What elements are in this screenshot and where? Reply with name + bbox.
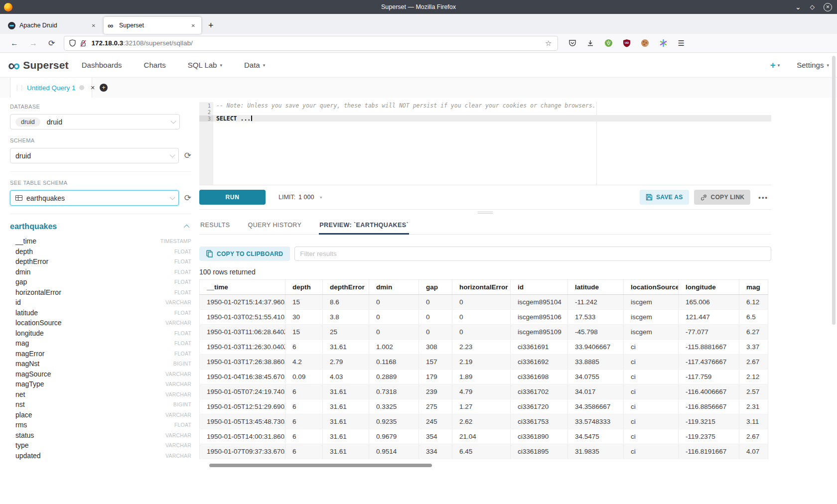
save-as-button[interactable]: SAVE AS bbox=[640, 190, 689, 205]
column-header[interactable]: gap bbox=[419, 280, 452, 295]
superset-brand-text: Superset bbox=[23, 59, 68, 71]
tracking-shield-icon[interactable] bbox=[69, 39, 76, 47]
tab-close-icon[interactable]: ✕ bbox=[90, 22, 98, 29]
browser-tab-superset[interactable]: ∞ Superset ✕ bbox=[104, 17, 201, 34]
column-type: FLOAT bbox=[174, 330, 191, 336]
column-header[interactable]: latitude bbox=[568, 280, 624, 295]
insecure-lock-icon[interactable] bbox=[80, 40, 86, 47]
copy-to-clipboard-button[interactable]: COPY TO CLIPBOARD bbox=[199, 247, 290, 261]
window-maximize-button[interactable]: ◇ bbox=[810, 3, 815, 10]
menu-hamburger-icon[interactable]: ☰ bbox=[678, 39, 684, 48]
column-header[interactable]: __time bbox=[200, 280, 285, 295]
column-header[interactable]: horizontalError bbox=[452, 280, 511, 295]
database-label: DATABASE bbox=[10, 104, 191, 110]
plus-circle-icon: + bbox=[100, 84, 108, 92]
new-item-button[interactable]: +▾ bbox=[770, 60, 780, 71]
new-tab-button[interactable]: + bbox=[202, 20, 220, 34]
limit-label: LIMIT: bbox=[279, 194, 295, 201]
url-bar[interactable]: 172.18.0.3:32108/superset/sqllab/ ☆ bbox=[64, 36, 558, 50]
back-button[interactable]: ← bbox=[5, 39, 24, 48]
table-cell: 8.6 bbox=[323, 295, 369, 310]
reload-button[interactable]: ⟳ bbox=[43, 38, 60, 48]
more-actions-button[interactable]: ••• bbox=[755, 194, 771, 201]
run-button[interactable]: RUN bbox=[199, 190, 266, 205]
column-type: FLOAT bbox=[174, 279, 191, 285]
tab-close-icon[interactable]: ✕ bbox=[189, 22, 197, 29]
tab-preview-earthquakes[interactable]: PREVIEW: `EARTHQUAKES` bbox=[319, 218, 409, 234]
table-cell: 6.27 bbox=[739, 325, 768, 340]
table-column-row: updated VARCHAR bbox=[10, 451, 191, 461]
nav-item-dashboards[interactable]: Dashboards bbox=[82, 61, 122, 69]
window-minimize-button[interactable]: ⌄ bbox=[795, 4, 801, 9]
column-type: VARCHAR bbox=[165, 371, 191, 377]
browser-tabbar: Apache Druid ✕ ∞ Superset ✕ + bbox=[0, 14, 837, 34]
add-query-tab-button[interactable]: + bbox=[92, 78, 115, 98]
results-table: __timedepthdepthErrordmingaphorizontalEr… bbox=[199, 279, 768, 459]
table-cell: ci3361691 bbox=[511, 340, 568, 355]
bookmark-star-icon[interactable]: ☆ bbox=[544, 39, 553, 48]
window-close-button[interactable]: ✕ bbox=[824, 3, 832, 11]
schema-label: SCHEMA bbox=[10, 137, 191, 143]
url-text[interactable]: 172.18.0.3:32108/superset/sqllab/ bbox=[91, 39, 544, 47]
table-schema-label: SEE TABLE SCHEMA bbox=[10, 180, 191, 186]
column-type: FLOAT bbox=[174, 258, 191, 264]
table-cell: 33.8885 bbox=[568, 355, 624, 370]
editor-toolbar: RUN LIMIT: 1 000 ▾ SAVE AS COPY LINK ••• bbox=[199, 185, 771, 210]
table-row: 1950-01-04T16:38:45.670Z0.094.030.288917… bbox=[200, 370, 768, 384]
column-header[interactable]: id bbox=[511, 280, 568, 295]
pane-resize-handle[interactable] bbox=[199, 210, 771, 216]
column-header[interactable]: mag bbox=[739, 280, 768, 295]
column-header[interactable]: depth bbox=[285, 280, 323, 295]
extension-asterisk-icon[interactable] bbox=[659, 39, 668, 47]
column-type: VARCHAR bbox=[165, 299, 191, 305]
refresh-schema-icon[interactable]: ⟳ bbox=[184, 150, 191, 161]
filter-results-input[interactable] bbox=[294, 247, 771, 261]
column-name: magSource bbox=[15, 370, 51, 378]
column-header[interactable]: dmin bbox=[369, 280, 419, 295]
column-header[interactable]: longitude bbox=[679, 280, 739, 295]
table-name-heading[interactable]: earthquakes bbox=[10, 222, 57, 231]
browser-tab-apache-druid[interactable]: Apache Druid ✕ bbox=[4, 17, 102, 34]
privacy-badger-icon[interactable] bbox=[604, 39, 613, 47]
table-cell: -117.4376667 bbox=[679, 355, 739, 370]
column-header[interactable]: depthError bbox=[323, 280, 369, 295]
copy-link-button[interactable]: COPY LINK bbox=[694, 190, 751, 205]
column-header[interactable]: locationSource bbox=[624, 280, 679, 295]
nav-item-charts[interactable]: Charts bbox=[144, 61, 166, 69]
tab-results[interactable]: RESULTS bbox=[200, 218, 231, 234]
limit-dropdown[interactable]: LIMIT: 1 000 ▾ bbox=[279, 194, 322, 201]
forward-button[interactable]: → bbox=[24, 39, 43, 48]
superset-logo[interactable]: ∞ Superset bbox=[8, 58, 69, 73]
ublock-icon[interactable]: UO bbox=[623, 39, 631, 47]
horizontal-scrollbar[interactable] bbox=[199, 464, 771, 468]
table-row: 1950-01-05T14:00:31.860Z631.610.96793542… bbox=[200, 429, 768, 444]
database-select[interactable]: druid druid bbox=[10, 114, 180, 129]
table-cell: 1950-01-03T11:06:28.640Z bbox=[200, 325, 285, 340]
nav-item-data[interactable]: Data▾ bbox=[244, 61, 265, 69]
column-name: mag bbox=[15, 339, 29, 347]
table-cell: iscgem895109 bbox=[511, 325, 568, 340]
scrollbar-thumb[interactable] bbox=[832, 56, 836, 325]
page-vertical-scrollbar[interactable] bbox=[832, 53, 836, 504]
table-cell: ci bbox=[624, 370, 679, 384]
sql-editor[interactable]: 1 -- Note: Unless you save your query, t… bbox=[199, 102, 771, 185]
table-cell: 2.19 bbox=[452, 355, 511, 370]
nav-item-sql-lab[interactable]: SQL Lab▾ bbox=[188, 61, 222, 69]
cookie-icon[interactable] bbox=[641, 39, 649, 47]
table-cell: 0.9514 bbox=[369, 444, 419, 459]
tab-query-history[interactable]: QUERY HISTORY bbox=[248, 218, 302, 234]
refresh-table-icon[interactable]: ⟳ bbox=[184, 193, 191, 203]
table-select[interactable]: earthquakes bbox=[10, 190, 179, 206]
line-number: 2 bbox=[199, 109, 213, 115]
downloads-icon[interactable] bbox=[586, 39, 594, 47]
collapse-chevron-icon[interactable] bbox=[184, 225, 189, 230]
schema-select[interactable]: druid bbox=[10, 148, 179, 163]
drag-handle-icon[interactable]: ⋮⋮ bbox=[14, 85, 23, 91]
table-cell: 0 bbox=[452, 310, 511, 325]
query-tab-active[interactable]: ⋮⋮ Untitled Query 1 ✕ bbox=[10, 78, 92, 98]
settings-menu[interactable]: Settings▾ bbox=[797, 61, 829, 69]
table-cell: ci bbox=[624, 340, 679, 355]
scrollbar-thumb[interactable] bbox=[209, 464, 432, 467]
pocket-icon[interactable] bbox=[568, 39, 576, 47]
table-row: 1950-01-03T11:06:28.640Z1525000iscgem895… bbox=[200, 325, 768, 340]
